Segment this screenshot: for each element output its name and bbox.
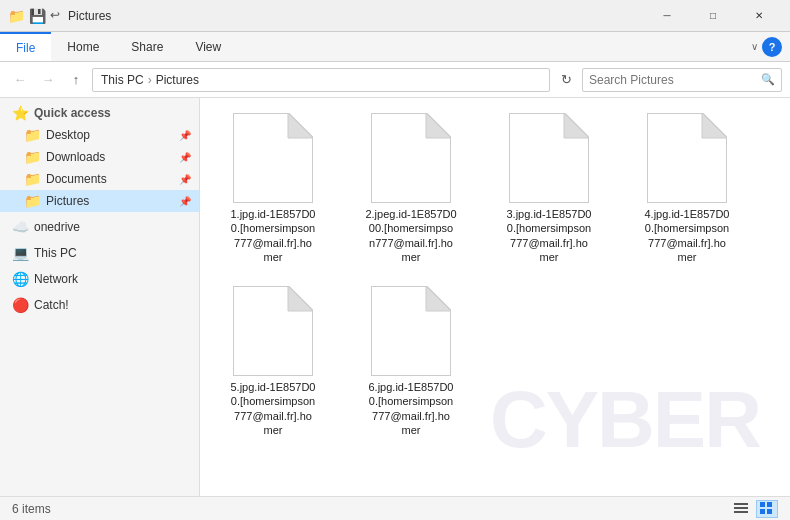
svg-marker-3 (426, 113, 451, 138)
svg-marker-11 (426, 286, 451, 311)
documents-folder-icon: 📁 (24, 171, 40, 187)
path-pictures: Pictures (156, 73, 199, 87)
main-layout: ⭐ Quick access 📁 Desktop 📌 📁 Downloads 📌… (0, 98, 790, 496)
svg-marker-1 (288, 113, 313, 138)
onedrive-icon: ☁️ (12, 219, 28, 235)
file-icon-2 (371, 113, 451, 203)
file-item-4[interactable]: 4.jpg.id-1E857D00.[homersimpson777@mail.… (622, 106, 752, 271)
svg-rect-15 (760, 502, 765, 507)
network-icon: 🌐 (12, 271, 28, 287)
catch-label: Catch! (34, 298, 69, 312)
sidebar-item-onedrive[interactable]: ☁️ onedrive (0, 216, 199, 238)
large-icons-view-button[interactable] (756, 500, 778, 518)
status-count: 6 items (12, 502, 51, 516)
this-pc-label: This PC (34, 246, 77, 260)
sidebar: ⭐ Quick access 📁 Desktop 📌 📁 Downloads 📌… (0, 98, 200, 496)
window-controls: ─ □ ✕ (644, 0, 782, 32)
svg-rect-17 (760, 509, 765, 514)
up-button[interactable]: ↑ (64, 68, 88, 92)
file-name-2: 2.jpeg.id-1E857D000.[homersimpson777@mai… (365, 207, 456, 264)
svg-rect-12 (734, 503, 748, 505)
list-view-button[interactable] (730, 500, 752, 518)
ribbon-help: ∨ ? (751, 32, 790, 61)
save-icon: 💾 (29, 8, 46, 24)
svg-marker-7 (702, 113, 727, 138)
status-view-buttons (730, 500, 778, 518)
address-path[interactable]: This PC › Pictures (92, 68, 550, 92)
title-bar: 📁 💾 ↩ Pictures ─ □ ✕ (0, 0, 790, 32)
file-name-3: 3.jpg.id-1E857D00.[homersimpson777@mail.… (506, 207, 591, 264)
title-bar-title: Pictures (68, 9, 644, 23)
onedrive-label: onedrive (34, 220, 80, 234)
downloads-label: Downloads (46, 150, 105, 164)
sidebar-item-pictures[interactable]: 📁 Pictures 📌 (0, 190, 199, 212)
tab-home[interactable]: Home (51, 32, 115, 61)
sidebar-item-network[interactable]: 🌐 Network (0, 268, 199, 290)
file-item-3[interactable]: 3.jpg.id-1E857D00.[homersimpson777@mail.… (484, 106, 614, 271)
file-item-5[interactable]: 5.jpg.id-1E857D00.[homersimpson777@mail.… (208, 279, 338, 444)
file-item-6[interactable]: 6.jpg.id-1E857D00.[homersimpson777@mail.… (346, 279, 476, 444)
search-icon: 🔍 (761, 73, 775, 86)
quick-access-label: Quick access (34, 106, 111, 120)
file-icon-4 (647, 113, 727, 203)
search-input[interactable] (589, 73, 757, 87)
search-box[interactable]: 🔍 (582, 68, 782, 92)
sidebar-item-desktop[interactable]: 📁 Desktop 📌 (0, 124, 199, 146)
file-name-5: 5.jpg.id-1E857D00.[homersimpson777@mail.… (230, 380, 315, 437)
path-pc: This PC (101, 73, 144, 87)
sidebar-item-catch[interactable]: 🔴 Catch! (0, 294, 199, 316)
help-button[interactable]: ? (762, 37, 782, 57)
downloads-pin-icon: 📌 (179, 152, 191, 163)
pictures-pin-icon: 📌 (179, 196, 191, 207)
title-bar-icons: 📁 💾 ↩ (8, 8, 60, 24)
ribbon-tabs: File Home Share View ∨ ? (0, 32, 790, 62)
quick-access-arrow-icon: ⭐ (12, 105, 28, 121)
tab-share[interactable]: Share (115, 32, 179, 61)
file-name-6: 6.jpg.id-1E857D00.[homersimpson777@mail.… (368, 380, 453, 437)
sidebar-section-quick-access: ⭐ Quick access (0, 102, 199, 124)
svg-rect-16 (767, 502, 772, 507)
sidebar-item-this-pc[interactable]: 💻 This PC (0, 242, 199, 264)
file-item-1[interactable]: 1.jpg.id-1E857D00.[homersimpson777@mail.… (208, 106, 338, 271)
documents-pin-icon: 📌 (179, 174, 191, 185)
file-grid: 1.jpg.id-1E857D00.[homersimpson777@mail.… (208, 106, 782, 444)
sidebar-item-documents[interactable]: 📁 Documents 📌 (0, 168, 199, 190)
tab-view[interactable]: View (179, 32, 237, 61)
this-pc-icon: 💻 (12, 245, 28, 261)
file-icon-6 (371, 286, 451, 376)
file-icon-3 (509, 113, 589, 203)
forward-button[interactable]: → (36, 68, 60, 92)
address-bar: ← → ↑ This PC › Pictures ↻ 🔍 (0, 62, 790, 98)
desktop-folder-icon: 📁 (24, 127, 40, 143)
folder-icon: 📁 (8, 8, 25, 24)
status-bar: 6 items (0, 496, 790, 520)
ribbon-collapse-icon[interactable]: ∨ (751, 41, 758, 52)
svg-rect-14 (734, 511, 748, 513)
file-name-1: 1.jpg.id-1E857D00.[homersimpson777@mail.… (230, 207, 315, 264)
file-item-2[interactable]: 2.jpeg.id-1E857D000.[homersimpson777@mai… (346, 106, 476, 271)
catch-icon: 🔴 (12, 297, 28, 313)
minimize-button[interactable]: ─ (644, 0, 690, 32)
documents-label: Documents (46, 172, 107, 186)
undo-icon: ↩ (50, 8, 60, 24)
svg-rect-18 (767, 509, 772, 514)
close-button[interactable]: ✕ (736, 0, 782, 32)
network-label: Network (34, 272, 78, 286)
pictures-folder-icon: 📁 (24, 193, 40, 209)
pictures-label: Pictures (46, 194, 89, 208)
downloads-folder-icon: 📁 (24, 149, 40, 165)
path-separator-1: › (148, 73, 152, 87)
file-icon-5 (233, 286, 313, 376)
svg-rect-13 (734, 507, 748, 509)
svg-marker-5 (564, 113, 589, 138)
back-button[interactable]: ← (8, 68, 32, 92)
file-area: CYBER 1.jpg.id-1E857D00.[homersimpson777… (200, 98, 790, 496)
file-icon-1 (233, 113, 313, 203)
svg-marker-9 (288, 286, 313, 311)
sidebar-item-downloads[interactable]: 📁 Downloads 📌 (0, 146, 199, 168)
tab-file[interactable]: File (0, 32, 51, 61)
refresh-button[interactable]: ↻ (554, 68, 578, 92)
desktop-label: Desktop (46, 128, 90, 142)
desktop-pin-icon: 📌 (179, 130, 191, 141)
maximize-button[interactable]: □ (690, 0, 736, 32)
